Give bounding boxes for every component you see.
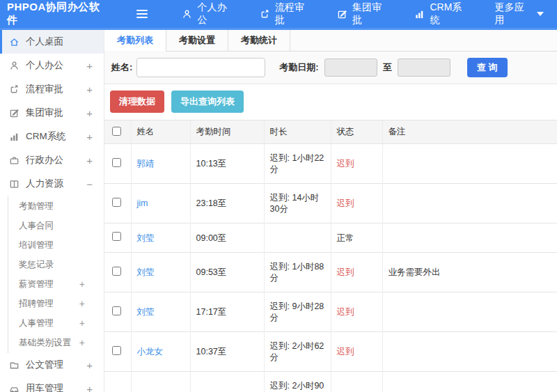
process-icon [260, 9, 270, 19]
expand-plus-icon[interactable]: + [86, 383, 93, 392]
select-all-checkbox[interactable] [112, 127, 121, 136]
book-icon [9, 179, 19, 189]
tab-attendance-settings[interactable]: 考勤设置 [166, 30, 228, 52]
sidebar-item-hr[interactable]: 人力资源 − [0, 172, 104, 196]
expand-plus-icon[interactable]: + [86, 60, 93, 72]
hamburger-menu-icon[interactable] [134, 7, 150, 21]
sidebar-subitem-attendance-mgmt[interactable]: 考勤管理 [8, 196, 104, 216]
nav-item-more-apps[interactable]: 更多应用 [481, 0, 557, 28]
row-status: 迟到/早退 [331, 372, 382, 392]
row-name-link[interactable]: 刘莹 [137, 233, 155, 243]
sidebar-item-crm[interactable]: CRM系统 + [0, 125, 104, 148]
nav-item-label: 更多应用 [494, 1, 531, 26]
sidebar-item-vehicle-mgmt[interactable]: 用车管理 + [0, 377, 104, 392]
sidebar-item-document-mgmt[interactable]: 公文管理 + [0, 353, 104, 377]
sidebar-item-admin-office[interactable]: 行政办公 + [0, 148, 104, 172]
column-header-time: 考勤时间 [190, 120, 264, 144]
row-checkbox[interactable] [112, 346, 121, 355]
row-checkbox[interactable] [112, 232, 121, 241]
name-filter-input[interactable] [136, 58, 265, 77]
row-time: 10:37至 [190, 332, 264, 372]
sidebar-item-label: 行政办公 [26, 154, 63, 166]
sidebar-subitem-hr-contract[interactable]: 人事合同 [8, 216, 104, 235]
sidebar-subitem-personnel-mgmt[interactable]: 人事管理 + [8, 313, 104, 333]
tab-attendance-list[interactable]: 考勤列表 [104, 30, 166, 52]
sidebar-item-group-approval[interactable]: 集团审批 + [0, 101, 104, 125]
row-duration: 迟到: 1小时88分 [264, 253, 331, 292]
sidebar-subitem-label: 薪资管理 [19, 279, 54, 289]
date-to-input[interactable] [398, 58, 450, 77]
expand-plus-icon[interactable]: + [79, 294, 85, 313]
row-name-link[interactable]: 郭靖 [137, 159, 155, 168]
row-duration: 迟到: 2小时90分早退: 7小时10分 [264, 372, 331, 392]
nav-item-process-approval[interactable]: 流程审批 [246, 0, 324, 28]
nav-item-group-approval[interactable]: 集团审批 [324, 0, 401, 28]
filter-bar: 姓名: 考勤日期: 至 查 询 [104, 52, 557, 84]
date-from-input[interactable] [324, 58, 377, 77]
collapse-minus-icon[interactable]: − [86, 178, 93, 190]
row-time: 09:00至 [190, 224, 264, 253]
sidebar-subitem-training-mgmt[interactable]: 培训管理 [8, 235, 104, 255]
nav-item-label: 个人办公 [197, 1, 233, 26]
search-button[interactable]: 查 询 [467, 58, 508, 77]
sidebar-subitem-label: 基础类别设置 [19, 338, 71, 347]
sidebar-subitem-salary-mgmt[interactable]: 薪资管理 + [8, 274, 104, 294]
row-time: 23:18至 [190, 184, 264, 224]
expand-plus-icon[interactable]: + [79, 313, 85, 333]
sidebar: 个人桌面 个人办公 + 流程审批 + 集团审批 + CRM系统 + 行政办公 + [0, 30, 104, 392]
sidebar-subitem-recruit-mgmt[interactable]: 招聘管理 + [8, 294, 104, 313]
tab-bar: 考勤列表 考勤设置 考勤统计 [104, 30, 557, 52]
row-checkbox[interactable] [112, 198, 121, 207]
chart-icon [414, 9, 425, 19]
export-list-button[interactable]: 导出查询列表 [171, 91, 244, 113]
row-duration: 迟到: 9小时28分 [264, 292, 331, 332]
table-row: 刘莹 09:00至 正常 [104, 224, 557, 253]
row-checkbox[interactable] [112, 158, 121, 167]
row-checkbox[interactable] [112, 306, 121, 315]
table-row: 刘莹 09:53至 迟到: 1小时88分 迟到 业务需要外出 [104, 253, 557, 292]
row-note [382, 292, 557, 332]
name-filter-label: 姓名: [111, 61, 132, 74]
person-icon [9, 61, 19, 71]
process-icon [9, 84, 19, 95]
row-name-link[interactable]: 刘莹 [137, 267, 155, 277]
expand-plus-icon[interactable]: + [79, 274, 85, 294]
nav-item-personal-office[interactable]: 个人办公 [168, 0, 246, 28]
sidebar-item-label: 用车管理 [26, 382, 63, 392]
expand-plus-icon[interactable]: + [86, 84, 93, 95]
sidebar-item-personal-office[interactable]: 个人办公 + [0, 54, 104, 77]
clear-data-button[interactable]: 清理数据 [110, 91, 164, 113]
expand-plus-icon[interactable]: + [86, 131, 93, 143]
row-name-link[interactable]: 刘莹 [137, 307, 155, 317]
row-name-link[interactable]: jim [137, 198, 148, 208]
table-row: 小龙女 10:37至 迟到: 2小时62分 迟到 [104, 332, 557, 372]
expand-plus-icon[interactable]: + [86, 107, 93, 119]
briefcase-icon [9, 155, 19, 166]
sidebar-subitem-base-category[interactable]: 基础类别设置 + [8, 333, 104, 352]
nav-item-label: 流程审批 [275, 1, 311, 26]
row-name-link[interactable]: 小龙女 [137, 347, 164, 356]
home-icon [9, 37, 19, 47]
sidebar-item-label: 个人办公 [26, 59, 63, 72]
row-time: 09:53至 [190, 253, 264, 292]
sidebar-subitem-reward-punish[interactable]: 奖惩记录 [8, 255, 104, 274]
row-status: 迟到 [331, 253, 382, 292]
nav-item-crm[interactable]: CRM系统 [401, 0, 481, 28]
expand-plus-icon[interactable]: + [86, 155, 93, 166]
row-note: 1111 [382, 372, 557, 392]
row-duration: 迟到: 2小时62分 [264, 332, 331, 372]
row-note [382, 224, 557, 253]
sidebar-item-process-approval[interactable]: 流程审批 + [0, 77, 104, 101]
expand-plus-icon[interactable]: + [86, 359, 93, 371]
nav-item-label: 集团审批 [352, 1, 388, 26]
row-time: 17:17至 [190, 292, 264, 332]
tab-attendance-stats[interactable]: 考勤统计 [228, 30, 290, 52]
row-note [382, 184, 557, 224]
expand-plus-icon[interactable]: + [79, 333, 85, 352]
date-filter-label: 考勤日期: [279, 61, 318, 74]
folder-icon [9, 360, 19, 370]
app-logo: PHPOA协同办公软件 [0, 1, 100, 27]
sidebar-item-personal-desktop[interactable]: 个人桌面 [0, 30, 104, 54]
row-checkbox[interactable] [112, 267, 121, 276]
top-nav: 个人办公 流程审批 集团审批 CRM系统 更多应用 [168, 0, 557, 28]
